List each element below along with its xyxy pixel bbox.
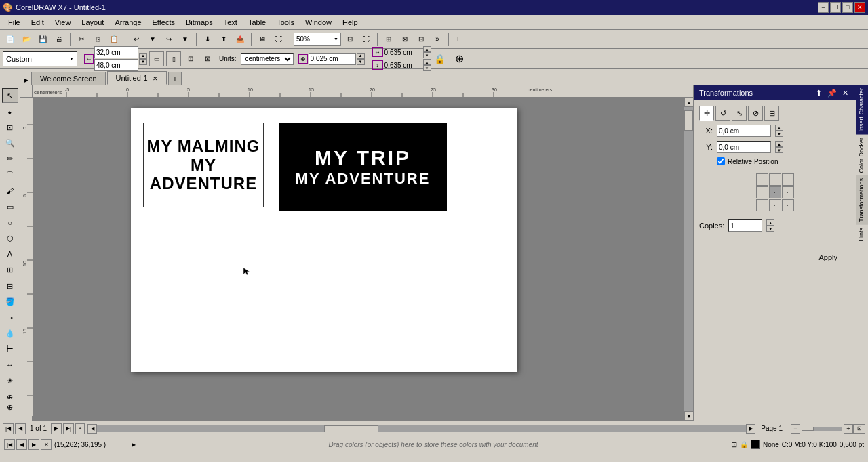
zoom-dropdown[interactable]: 50% ▼ [294, 33, 341, 46]
page-options-button[interactable]: ⊡ [183, 51, 198, 66]
pos-tl[interactable]: · [756, 173, 768, 186]
pos-tr[interactable]: · [782, 173, 794, 186]
zoom-in-button[interactable]: + [844, 424, 853, 434]
bleed-button[interactable]: ⊠ [200, 51, 215, 66]
scroll-left-button[interactable]: ◀ [87, 424, 97, 434]
snap-button[interactable]: ⊞ [381, 32, 396, 47]
pos-mc[interactable]: · [769, 186, 781, 198]
pos-ml[interactable]: · [756, 186, 768, 198]
copies-input[interactable] [728, 219, 762, 232]
crop-tool[interactable]: ⊡ [2, 120, 18, 135]
pos-br[interactable]: · [782, 199, 794, 211]
sb-nav-play[interactable]: ▶ [28, 439, 39, 450]
zoom-out-button[interactable]: − [791, 424, 800, 434]
add-tool[interactable]: ⊕ [2, 399, 18, 415]
nudge-up[interactable]: ▲ [357, 53, 365, 59]
maximize-button[interactable]: □ [842, 2, 853, 13]
pos-bc[interactable]: · [769, 199, 781, 211]
close-button[interactable]: ✕ [854, 2, 865, 13]
scroll-right-button[interactable]: ▶ [746, 424, 755, 434]
redo-dropdown[interactable]: ▼ [178, 32, 193, 47]
page-size-down[interactable]: ▼ [139, 59, 147, 65]
paste-button[interactable]: 📋 [106, 32, 121, 47]
more-button[interactable]: » [430, 32, 445, 47]
menu-file[interactable]: File [3, 17, 26, 28]
publish-button[interactable]: 📤 [233, 32, 248, 47]
scroll-v-thumb[interactable] [684, 110, 693, 131]
x-down-button[interactable]: ▼ [775, 131, 783, 137]
y-down-button[interactable]: ▼ [775, 147, 783, 153]
export-button[interactable]: ⬆ [216, 32, 231, 47]
polygon-tool[interactable]: ⬡ [2, 231, 18, 246]
nudge-down[interactable]: ▼ [357, 59, 365, 65]
undo-dropdown[interactable]: ▼ [145, 32, 160, 47]
add-page-button[interactable]: ⊕ [452, 51, 467, 66]
new-button[interactable]: 📄 [3, 32, 18, 47]
menu-window[interactable]: Window [300, 17, 337, 28]
side-tab-insert-char[interactable]: Insert Character [856, 85, 868, 135]
xpos-up[interactable]: ▲ [423, 46, 431, 52]
portrait-button[interactable]: ▭ [149, 51, 164, 66]
menu-arrange[interactable]: Arrange [109, 17, 146, 28]
redo-button[interactable]: ↪ [161, 32, 176, 47]
copy-button[interactable]: ⎘ [90, 32, 105, 47]
page-prev-button[interactable]: ◀ [15, 423, 26, 434]
print-preview-button[interactable]: 🖥 [255, 32, 270, 47]
cut-button[interactable]: ✂ [74, 32, 89, 47]
side-tab-transformations[interactable]: Transformations [856, 175, 868, 225]
menu-edit[interactable]: Edit [26, 17, 50, 28]
minimize-button[interactable]: − [818, 2, 829, 13]
save-button[interactable]: 💾 [35, 32, 50, 47]
page-first-button[interactable]: |◀ [3, 423, 14, 434]
page-next-button[interactable]: ▶ [51, 423, 62, 434]
nudge-input[interactable] [309, 53, 356, 65]
lock-aspect-button[interactable]: 🔒 [433, 51, 448, 66]
apply-button[interactable]: Apply [806, 251, 850, 264]
tab-add-button[interactable]: + [168, 72, 182, 85]
undo-button[interactable]: ↩ [129, 32, 144, 47]
x-up-button[interactable]: ▲ [775, 125, 783, 131]
xpos-down[interactable]: ▼ [423, 52, 431, 58]
table-tool[interactable]: ⊞ [2, 263, 18, 278]
ellipse-tool[interactable]: ○ [2, 215, 18, 230]
pos-bl[interactable]: · [756, 199, 768, 211]
h-scroll-thumb[interactable] [324, 425, 378, 432]
page-last-button[interactable]: ▶| [63, 423, 74, 434]
scroll-up-button[interactable]: ▲ [684, 98, 693, 107]
rect-tool[interactable]: ▭ [2, 199, 18, 214]
transform-tab-position[interactable]: ✛ [699, 106, 714, 121]
sb-nav-prev[interactable]: ◀ [16, 439, 27, 450]
pos-mr[interactable]: · [782, 186, 794, 198]
zoom-thumb[interactable] [802, 427, 814, 431]
pos-tc[interactable]: · [769, 173, 781, 186]
fullscreen-button[interactable]: ⛶ [271, 32, 286, 47]
import-button[interactable]: ⬇ [200, 32, 215, 47]
panel-expand-button[interactable]: ⬆ [814, 89, 824, 98]
scroll-down-button[interactable]: ▼ [684, 411, 693, 421]
eyedropper-tool[interactable]: 💧 [2, 326, 18, 341]
ypos-down[interactable]: ▼ [423, 65, 431, 71]
transform-tab-skew[interactable]: ⊘ [748, 106, 763, 121]
zoom-tool[interactable]: 🔍 [2, 135, 18, 150]
relative-position-checkbox[interactable] [717, 157, 725, 165]
copies-down-button[interactable]: ▼ [766, 226, 774, 232]
scroll-v-track[interactable] [684, 107, 693, 411]
select-tool[interactable]: ↖ [2, 88, 18, 103]
units-select[interactable]: centimeters inches millimeters pixels [241, 53, 294, 65]
connector-tool[interactable]: ⊢ [2, 342, 18, 357]
transform-tab-rotate[interactable]: ↺ [715, 106, 730, 121]
interactive-tool[interactable]: ☀ [2, 374, 18, 389]
print-button[interactable]: 🖨 [52, 32, 66, 47]
panel-close-button[interactable]: ✕ [840, 89, 850, 98]
copies-up-button[interactable]: ▲ [766, 219, 774, 226]
artistic-tool[interactable]: 🖌 [2, 184, 18, 198]
zoom-fit-button[interactable]: ⊡ [342, 32, 357, 47]
fill-tool[interactable]: 🪣 [2, 294, 18, 309]
ypos-up[interactable]: ▲ [423, 59, 431, 65]
open-button[interactable]: 📂 [19, 32, 34, 47]
menu-view[interactable]: View [50, 17, 77, 28]
design-box-2[interactable]: MY TRIP MY ADVENTURE [279, 123, 447, 211]
parallel-tool[interactable]: ⊟ [2, 278, 18, 293]
transform-tab-mirror[interactable]: ⊟ [764, 106, 779, 121]
canvas[interactable]: MY MALMING MY ADVENTURE MY TRIP MY ADVEN… [33, 98, 684, 421]
